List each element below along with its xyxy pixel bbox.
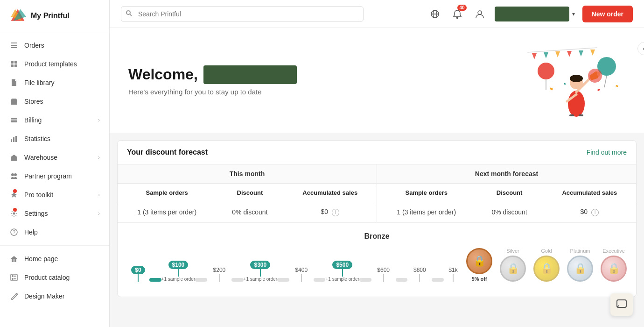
sidebar-header: My Printful <box>0 0 109 32</box>
milestone-500-note: +1 sample order <box>325 277 359 282</box>
file-icon <box>9 78 19 87</box>
svg-marker-39 <box>532 53 537 59</box>
svg-point-47 <box>570 75 583 82</box>
sidebar-item-settings-label: Settings <box>24 210 98 217</box>
sidebar-item-statistics-label: Statistics <box>24 135 100 142</box>
this-month-header: This month <box>118 164 377 184</box>
tier-platinum: Platinum 🔒 <box>567 248 593 282</box>
svg-rect-3 <box>11 43 17 43</box>
sidebar-item-orders[interactable]: Orders <box>0 36 109 55</box>
language-button[interactable] <box>427 7 442 21</box>
svg-marker-40 <box>544 52 548 58</box>
tier-bronze: 🔒 5% off <box>466 248 492 282</box>
svg-rect-9 <box>14 64 17 67</box>
executive-medal: 🔒 <box>601 256 627 282</box>
svg-rect-61 <box>616 85 618 87</box>
discount-section: Your discount forecast Find out more Thi… <box>117 140 637 297</box>
billing-icon <box>9 115 19 125</box>
main-content: Welcome, Here's everything for you to st… <box>110 28 644 327</box>
search-input[interactable] <box>121 6 364 22</box>
milestone-800-label: $800 <box>410 266 430 274</box>
brand-logo <box>9 7 26 24</box>
sidebar-item-partner-program[interactable]: Partner program <box>0 167 109 185</box>
milestone-500: $500 +1 sample order <box>325 261 359 282</box>
col-sample-orders-1: Sample orders <box>118 184 216 202</box>
sidebar-item-billing-label: Billing <box>24 116 98 124</box>
sidebar-item-warehouse-label: Warehouse <box>24 154 98 161</box>
this-month-info-icon[interactable]: i <box>332 209 339 216</box>
warehouse-chevron: › <box>98 154 100 161</box>
svg-rect-4 <box>11 45 17 46</box>
svg-point-37 <box>478 11 482 14</box>
sidebar-item-product-catalog[interactable]: Product catalog <box>0 268 109 287</box>
milestone-0: $0 <box>127 266 149 282</box>
nav-divider <box>0 245 109 246</box>
svg-rect-6 <box>11 61 14 64</box>
sidebar-item-help[interactable]: ? Help <box>0 223 109 242</box>
svg-marker-44 <box>590 50 595 56</box>
bar-segment-2 <box>231 278 244 282</box>
main-area: ‹ 40 ▾ New order <box>110 0 644 327</box>
milestone-1k: $1k <box>444 266 462 282</box>
sidebar-item-pro-toolkit-label: Pro toolkit <box>24 191 98 199</box>
col-accumulated-sales-1: Accumulated sales <box>283 184 377 202</box>
milestone-800: $800 <box>407 266 432 282</box>
table-section-headers: This month Next month forecast <box>118 164 636 184</box>
user-dropdown[interactable]: ▾ <box>495 7 575 21</box>
sidebar-item-statistics[interactable]: Statistics <box>0 129 109 148</box>
sidebar-item-design-maker[interactable]: Design Maker <box>0 287 109 306</box>
welcome-subtitle: Here's everything for you to stay up to … <box>128 88 297 96</box>
svg-rect-29 <box>14 278 16 279</box>
svg-point-18 <box>11 173 14 176</box>
sidebar-item-file-library-label: File library <box>24 79 100 86</box>
user-name-bar[interactable] <box>495 7 569 21</box>
bar-segment-6 <box>396 278 408 282</box>
svg-point-28 <box>12 278 14 280</box>
sidebar: My Printful Orders Product templates Fil… <box>0 0 110 327</box>
welcome-heading: Welcome, <box>128 65 297 84</box>
sidebar-item-warehouse[interactable]: Warehouse › <box>0 148 109 167</box>
welcome-section: Welcome, Here's everything for you to st… <box>110 28 644 133</box>
table-col-headers: Sample orders Discount Accumulated sales… <box>118 184 636 202</box>
chat-button[interactable] <box>610 293 633 316</box>
user-name-welcome <box>203 65 297 84</box>
billing-chevron: › <box>98 117 100 123</box>
topbar: 40 ▾ New order <box>110 0 644 28</box>
sidebar-item-settings[interactable]: Settings › <box>0 204 109 223</box>
svg-point-53 <box>538 63 554 79</box>
sidebar-item-product-templates[interactable]: Product templates <box>0 55 109 73</box>
bar-segment-3 <box>277 278 289 282</box>
sidebar-item-file-library[interactable]: File library <box>0 73 109 92</box>
sidebar-item-pro-toolkit[interactable]: Pro toolkit › <box>0 185 109 204</box>
sidebar-item-help-label: Help <box>24 228 100 236</box>
milestone-100-pill: $100 <box>168 261 189 269</box>
silver-label-top: Silver <box>506 248 519 254</box>
milestone-400-line <box>301 274 302 282</box>
col-accumulated-sales-2: Accumulated sales <box>543 184 636 202</box>
help-icon: ? <box>9 227 19 237</box>
milestone-400-label: $400 <box>291 266 311 274</box>
next-month-accumulated-sales: $0 i <box>543 202 636 222</box>
svg-text:?: ? <box>13 230 15 235</box>
new-order-button[interactable]: New order <box>582 6 633 22</box>
col-discount-1: Discount <box>216 184 283 202</box>
svg-rect-60 <box>564 83 566 85</box>
next-month-info-icon[interactable]: i <box>591 209 599 216</box>
sidebar-nav: Orders Product templates File library St… <box>0 32 109 327</box>
svg-rect-8 <box>11 64 14 67</box>
svg-rect-15 <box>13 137 14 142</box>
sidebar-item-stores[interactable]: Stores <box>0 92 109 111</box>
svg-point-19 <box>14 173 17 176</box>
milestone-1k-label: $1k <box>445 266 461 274</box>
sidebar-item-billing[interactable]: Billing › <box>0 111 109 129</box>
notifications-button[interactable]: 40 <box>450 7 465 21</box>
this-month-accumulated-sales: $0 i <box>283 202 377 222</box>
find-out-more-link[interactable]: Find out more <box>587 149 627 156</box>
template-icon <box>9 59 19 69</box>
platinum-label-top: Platinum <box>570 248 590 254</box>
milestone-300-pill: $300 <box>250 261 270 269</box>
milestone-300-note: +1 sample order <box>244 277 278 282</box>
svg-point-36 <box>456 17 458 18</box>
sidebar-item-home-page[interactable]: Home page <box>0 249 109 268</box>
svg-rect-16 <box>15 136 17 142</box>
